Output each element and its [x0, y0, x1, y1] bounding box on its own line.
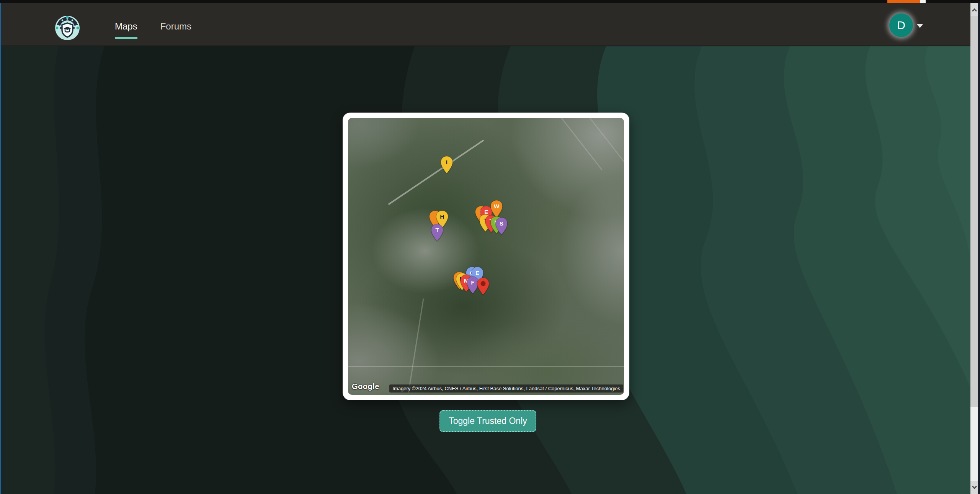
browser-scrollbar[interactable] [970, 3, 978, 494]
map-road [388, 139, 484, 205]
map-card: IHTFEWTTNSCEMMF Google Imagery ©2024 Air… [343, 113, 629, 400]
svg-text:F: F [471, 279, 474, 286]
satellite-map[interactable]: IHTFEWTTNSCEMMF Google Imagery ©2024 Air… [348, 118, 624, 395]
map-road [348, 366, 624, 367]
chevron-down-icon[interactable] [917, 24, 923, 28]
window-top-white-fragment [920, 0, 926, 3]
svg-text:T: T [435, 227, 439, 233]
scrollbar-down-button[interactable] [970, 481, 978, 494]
map-attribution: Imagery ©2024 Airbus, CNES / Airbus, Fir… [389, 384, 623, 393]
svg-text:E: E [475, 270, 479, 276]
svg-text:I: I [446, 159, 448, 165]
map-pin-s[interactable]: S [495, 217, 508, 236]
scrollbar-up-button[interactable] [970, 3, 978, 16]
window-top-edge [0, 0, 980, 3]
scrollbar-thumb[interactable] [970, 16, 978, 407]
community-shield-logo[interactable] [55, 15, 80, 41]
account-menu[interactable]: D [889, 13, 923, 37]
window-left-edge [0, 0, 1, 494]
main-nav: Maps Forums [115, 6, 191, 43]
avatar[interactable]: D [889, 13, 913, 37]
map-pin-i[interactable]: I [440, 156, 453, 174]
svg-text:S: S [500, 220, 503, 227]
tab-forums[interactable]: Forums [160, 6, 191, 39]
app-header: Maps Forums D [1, 3, 970, 46]
chevron-down-icon [972, 484, 977, 489]
svg-text:H: H [440, 213, 444, 220]
map-pin[interactable] [477, 277, 490, 296]
toggle-trusted-only-button[interactable]: Toggle Trusted Only [439, 410, 536, 432]
google-logo[interactable]: Google [352, 382, 379, 391]
map-road [408, 298, 424, 393]
window-right-edge [978, 0, 980, 494]
svg-text:W: W [494, 203, 500, 209]
main-content: IHTFEWTTNSCEMMF Google Imagery ©2024 Air… [1, 46, 970, 494]
chevron-up-icon [972, 8, 977, 13]
window-top-orange-fragment [887, 0, 920, 3]
map-pin-t[interactable]: T [431, 224, 444, 242]
map-road [545, 118, 603, 170]
tab-maps[interactable]: Maps [115, 6, 137, 39]
